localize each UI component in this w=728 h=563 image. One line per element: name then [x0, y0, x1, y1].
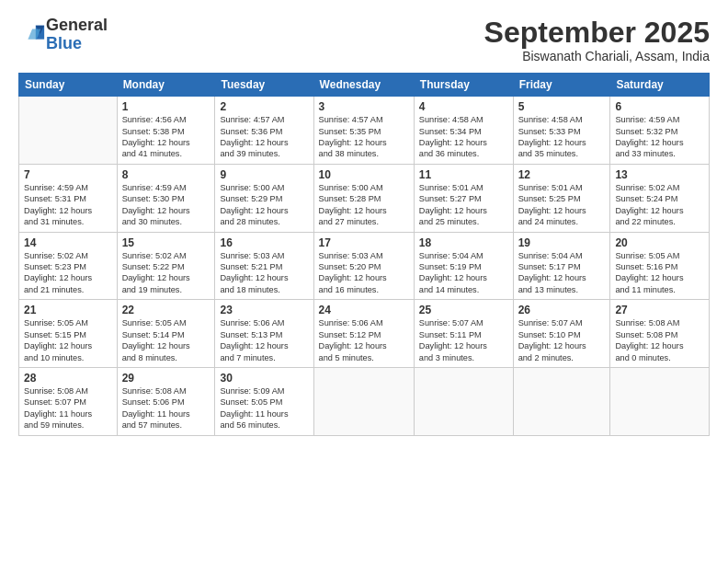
day-header-friday: Friday	[513, 74, 610, 97]
day-number: 9	[220, 168, 308, 181]
day-number: 23	[220, 304, 308, 316]
day-info: Sunrise: 5:01 AM Sunset: 5:27 PM Dayligh…	[419, 182, 508, 228]
day-info: Sunrise: 5:02 AM Sunset: 5:22 PM Dayligh…	[122, 250, 210, 296]
calendar-page: General Blue September 2025 Biswanath Ch…	[0, 0, 728, 563]
day-number: 29	[122, 372, 210, 385]
day-info: Sunrise: 5:02 AM Sunset: 5:23 PM Dayligh…	[24, 250, 112, 296]
calendar-cell: 2Sunrise: 4:57 AM Sunset: 5:36 PM Daylig…	[215, 97, 313, 165]
day-number: 21	[24, 304, 112, 316]
day-number: 1	[122, 100, 210, 113]
day-info: Sunrise: 5:08 AM Sunset: 5:08 PM Dayligh…	[615, 317, 704, 363]
calendar-week-1: 1Sunrise: 4:56 AM Sunset: 5:38 PM Daylig…	[19, 97, 710, 165]
calendar-cell: 27Sunrise: 5:08 AM Sunset: 5:08 PM Dayli…	[610, 300, 710, 368]
day-info: Sunrise: 4:57 AM Sunset: 5:35 PM Dayligh…	[319, 114, 409, 160]
day-info: Sunrise: 4:58 AM Sunset: 5:34 PM Dayligh…	[419, 114, 508, 160]
day-header-thursday: Thursday	[414, 74, 513, 97]
day-info: Sunrise: 5:03 AM Sunset: 5:20 PM Dayligh…	[319, 250, 409, 296]
day-info: Sunrise: 4:59 AM Sunset: 5:30 PM Dayligh…	[122, 182, 210, 228]
calendar-cell: 8Sunrise: 4:59 AM Sunset: 5:30 PM Daylig…	[117, 164, 215, 232]
calendar-cell: 18Sunrise: 5:04 AM Sunset: 5:19 PM Dayli…	[414, 232, 513, 300]
calendar-cell: 28Sunrise: 5:08 AM Sunset: 5:07 PM Dayli…	[19, 367, 118, 435]
title-block: September 2025 Biswanath Chariali, Assam…	[484, 17, 710, 63]
day-number: 14	[24, 236, 112, 249]
calendar-cell: 16Sunrise: 5:03 AM Sunset: 5:21 PM Dayli…	[215, 232, 313, 300]
day-header-monday: Monday	[117, 74, 215, 97]
day-info: Sunrise: 5:07 AM Sunset: 5:11 PM Dayligh…	[419, 317, 508, 363]
day-number: 25	[419, 304, 508, 316]
day-number: 17	[319, 236, 409, 249]
calendar-cell: 13Sunrise: 5:02 AM Sunset: 5:24 PM Dayli…	[610, 164, 710, 232]
calendar-week-5: 28Sunrise: 5:08 AM Sunset: 5:07 PM Dayli…	[19, 367, 710, 435]
day-info: Sunrise: 5:08 AM Sunset: 5:07 PM Dayligh…	[24, 385, 112, 431]
calendar-cell: 24Sunrise: 5:06 AM Sunset: 5:12 PM Dayli…	[313, 300, 414, 368]
calendar-cell: 5Sunrise: 4:58 AM Sunset: 5:33 PM Daylig…	[513, 97, 610, 165]
day-info: Sunrise: 5:07 AM Sunset: 5:10 PM Dayligh…	[518, 317, 606, 363]
calendar-cell: 20Sunrise: 5:05 AM Sunset: 5:16 PM Dayli…	[610, 232, 710, 300]
day-number: 4	[419, 100, 508, 113]
day-info: Sunrise: 5:02 AM Sunset: 5:24 PM Dayligh…	[615, 182, 704, 228]
day-number: 26	[518, 304, 606, 316]
calendar-cell: 15Sunrise: 5:02 AM Sunset: 5:22 PM Dayli…	[117, 232, 215, 300]
calendar-cell: 25Sunrise: 5:07 AM Sunset: 5:11 PM Dayli…	[414, 300, 513, 368]
day-info: Sunrise: 5:05 AM Sunset: 5:15 PM Dayligh…	[24, 317, 112, 363]
day-number: 5	[518, 100, 606, 113]
day-info: Sunrise: 5:06 AM Sunset: 5:13 PM Dayligh…	[220, 317, 308, 363]
logo-text: General Blue	[46, 17, 108, 53]
day-number: 3	[319, 100, 409, 113]
calendar-week-2: 7Sunrise: 4:59 AM Sunset: 5:31 PM Daylig…	[19, 164, 710, 232]
day-header-saturday: Saturday	[610, 74, 710, 97]
day-info: Sunrise: 5:00 AM Sunset: 5:28 PM Dayligh…	[319, 182, 409, 228]
calendar-cell: 11Sunrise: 5:01 AM Sunset: 5:27 PM Dayli…	[414, 164, 513, 232]
day-number: 28	[24, 372, 112, 385]
day-number: 11	[419, 168, 508, 181]
calendar-cell: 19Sunrise: 5:04 AM Sunset: 5:17 PM Dayli…	[513, 232, 610, 300]
calendar-cell: 10Sunrise: 5:00 AM Sunset: 5:28 PM Dayli…	[313, 164, 414, 232]
calendar-cell: 6Sunrise: 4:59 AM Sunset: 5:32 PM Daylig…	[610, 97, 710, 165]
day-number: 27	[615, 304, 704, 316]
day-number: 20	[615, 236, 704, 249]
day-number: 15	[122, 236, 210, 249]
day-info: Sunrise: 5:03 AM Sunset: 5:21 PM Dayligh…	[220, 250, 308, 296]
calendar-table: SundayMondayTuesdayWednesdayThursdayFrid…	[18, 73, 710, 435]
location-subtitle: Biswanath Chariali, Assam, India	[484, 49, 710, 63]
calendar-cell	[313, 367, 414, 435]
calendar-cell: 29Sunrise: 5:08 AM Sunset: 5:06 PM Dayli…	[117, 367, 215, 435]
calendar-week-3: 14Sunrise: 5:02 AM Sunset: 5:23 PM Dayli…	[19, 232, 710, 300]
day-number: 6	[615, 100, 704, 113]
day-number: 18	[419, 236, 508, 249]
day-info: Sunrise: 5:05 AM Sunset: 5:16 PM Dayligh…	[615, 250, 704, 296]
month-title: September 2025	[484, 17, 710, 49]
calendar-cell: 1Sunrise: 4:56 AM Sunset: 5:38 PM Daylig…	[117, 97, 215, 165]
day-number: 19	[518, 236, 606, 249]
calendar-cell	[610, 367, 710, 435]
day-number: 13	[615, 168, 704, 181]
day-number: 8	[122, 168, 210, 181]
day-info: Sunrise: 4:57 AM Sunset: 5:36 PM Dayligh…	[220, 114, 308, 160]
logo: General Blue	[18, 17, 108, 53]
day-info: Sunrise: 5:09 AM Sunset: 5:05 PM Dayligh…	[220, 385, 308, 431]
day-info: Sunrise: 4:56 AM Sunset: 5:38 PM Dayligh…	[122, 114, 210, 160]
calendar-cell: 14Sunrise: 5:02 AM Sunset: 5:23 PM Dayli…	[19, 232, 118, 300]
calendar-week-4: 21Sunrise: 5:05 AM Sunset: 5:15 PM Dayli…	[19, 300, 710, 368]
day-header-tuesday: Tuesday	[215, 74, 313, 97]
day-number: 22	[122, 304, 210, 316]
calendar-cell	[513, 367, 610, 435]
day-info: Sunrise: 5:04 AM Sunset: 5:19 PM Dayligh…	[419, 250, 508, 296]
calendar-cell: 23Sunrise: 5:06 AM Sunset: 5:13 PM Dayli…	[215, 300, 313, 368]
calendar-cell: 26Sunrise: 5:07 AM Sunset: 5:10 PM Dayli…	[513, 300, 610, 368]
day-info: Sunrise: 5:00 AM Sunset: 5:29 PM Dayligh…	[220, 182, 308, 228]
day-info: Sunrise: 5:06 AM Sunset: 5:12 PM Dayligh…	[319, 317, 409, 363]
day-info: Sunrise: 5:05 AM Sunset: 5:14 PM Dayligh…	[122, 317, 210, 363]
day-header-wednesday: Wednesday	[313, 74, 414, 97]
day-info: Sunrise: 4:58 AM Sunset: 5:33 PM Dayligh…	[518, 114, 606, 160]
logo-icon	[20, 22, 46, 48]
calendar-cell	[414, 367, 513, 435]
day-number: 24	[319, 304, 409, 316]
day-number: 7	[24, 168, 112, 181]
day-info: Sunrise: 4:59 AM Sunset: 5:32 PM Dayligh…	[615, 114, 704, 160]
calendar-cell: 21Sunrise: 5:05 AM Sunset: 5:15 PM Dayli…	[19, 300, 118, 368]
calendar-cell: 17Sunrise: 5:03 AM Sunset: 5:20 PM Dayli…	[313, 232, 414, 300]
day-number: 2	[220, 100, 308, 113]
calendar-cell: 12Sunrise: 5:01 AM Sunset: 5:25 PM Dayli…	[513, 164, 610, 232]
calendar-header-row: SundayMondayTuesdayWednesdayThursdayFrid…	[19, 74, 710, 97]
